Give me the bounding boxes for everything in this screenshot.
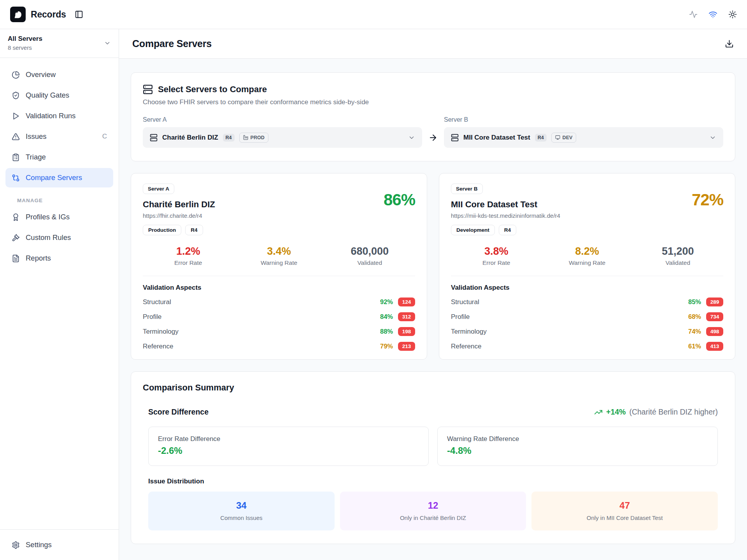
comparison-summary-title: Comparison Summary [143, 383, 723, 393]
shield-check-icon [12, 91, 20, 100]
sidebar-item-custom-rules[interactable]: Custom Rules [5, 228, 113, 247]
dist-box-label: Only in MII Core Dataset Test [535, 514, 714, 521]
aspect-label: Structural [451, 298, 479, 306]
server-a-card: Server A Charité Berlin DIZ https://fhir… [131, 173, 427, 360]
activity-status-button[interactable] [689, 10, 698, 19]
aspect-label: Reference [143, 343, 173, 350]
server-icon [451, 134, 459, 142]
server-icon [150, 134, 158, 142]
aspect-count-badge: 289 [706, 298, 723, 306]
aspect-count-badge: 213 [398, 342, 415, 351]
aspect-row: Structural85%289 [451, 298, 723, 306]
server-a-env-badge: Production [143, 225, 181, 235]
aspect-percent: 68% [688, 313, 701, 320]
score-difference-note: (Charité Berlin DIZ higher) [629, 408, 718, 416]
sidebar-item-quality-gates[interactable]: Quality Gates [5, 86, 113, 105]
select-servers-card: Select Servers to Compare Choose two FHI… [131, 72, 735, 161]
clipboard-list-icon [12, 153, 20, 161]
award-icon [12, 213, 20, 221]
select-servers-subtitle: Choose two FHIR servers to compare their… [143, 98, 723, 106]
sidebar-toggle-button[interactable] [75, 10, 83, 19]
stat-label: Validated [633, 259, 723, 266]
error-rate-difference-box: Error Rate Difference -2.6% [148, 427, 429, 466]
aspect-percent: 79% [380, 343, 393, 350]
wifi-icon [708, 10, 717, 19]
warning-rate-difference-box: Warning Rate Difference -4.8% [437, 427, 718, 466]
sidebar-item-overview[interactable]: Overview [5, 65, 113, 84]
arrow-right-icon [428, 133, 438, 142]
diff-box-label: Error Rate Difference [158, 435, 419, 443]
app-logo [10, 7, 26, 22]
sidebar-item-profiles-igs[interactable]: Profiles & IGs [5, 207, 113, 227]
aspect-count-badge: 198 [398, 327, 415, 336]
sidebar-item-label: Issues [26, 132, 46, 141]
git-compare-icon [12, 174, 20, 182]
topbar: Records [0, 0, 747, 29]
logo-mark-icon [12, 9, 24, 20]
aspect-row: Reference61%413 [451, 342, 723, 351]
sidebar-item-compare-servers[interactable]: Compare Servers [5, 168, 113, 187]
aspect-percent: 84% [380, 313, 393, 320]
brand-name: Records [31, 9, 66, 20]
server-a-env-label: PROD [251, 135, 265, 140]
stat-label: Error Rate [451, 259, 542, 266]
play-icon [12, 112, 20, 120]
server-a-dropdown[interactable]: Charité Berlin DIZ R4 PROD [143, 127, 422, 148]
aspect-row: Terminology88%198 [143, 327, 415, 336]
dist-box-value: 47 [535, 500, 714, 511]
aspect-label: Profile [143, 313, 161, 321]
dist-box-label: Only in Charité Berlin DIZ [344, 514, 523, 521]
sidebar-item-label: Triage [26, 153, 46, 161]
issue-distribution-title: Issue Distribution [148, 478, 718, 485]
gavel-icon [12, 234, 20, 242]
server-a-name: Charité Berlin DIZ [143, 200, 215, 210]
compare-arrow [422, 116, 444, 148]
sidebar-item-label: Compare Servers [26, 173, 82, 182]
sidebar-item-reports[interactable]: Reports [5, 248, 113, 268]
server-scope-title: All Servers [8, 35, 42, 43]
page-header: Compare Servers [119, 29, 747, 59]
page-title: Compare Servers [132, 38, 212, 49]
server-a-version-chip: R4 [223, 134, 235, 142]
aspect-row: Reference79%213 [143, 342, 415, 351]
stat-value: 1.2% [143, 245, 233, 257]
export-download-button[interactable] [725, 39, 734, 48]
connection-status-button[interactable] [708, 10, 717, 19]
sidebar-nav: Overview Quality Gates Validation Runs I… [0, 58, 119, 269]
score-difference-value: +14% [606, 408, 626, 416]
server-b-env-badge: Development [451, 225, 495, 235]
server-b-tag: Server B [451, 184, 483, 194]
server-a-score: 86% [384, 191, 415, 235]
validation-aspects-title: Validation Aspects [143, 284, 415, 292]
server-b-label: Server B [444, 116, 723, 123]
sun-icon [728, 10, 737, 19]
diff-box-value: -2.6% [158, 445, 419, 456]
sidebar-item-validation-runs[interactable]: Validation Runs [5, 106, 113, 126]
aspect-percent: 61% [688, 343, 701, 350]
aspect-count-badge: 124 [398, 298, 415, 306]
sidebar-item-issues[interactable]: Issues C [5, 127, 113, 146]
sidebar-item-triage[interactable]: Triage [5, 147, 113, 167]
aspect-count-badge: 734 [706, 312, 723, 321]
diff-box-value: -4.8% [447, 445, 708, 456]
sidebar-item-settings[interactable]: Settings [5, 535, 113, 555]
diff-box-label: Warning Rate Difference [447, 435, 708, 443]
sidebar-item-label: Settings [26, 541, 52, 549]
aspect-label: Terminology [451, 328, 487, 336]
aspect-count-badge: 312 [398, 312, 415, 321]
server-b-dropdown[interactable]: MII Core Dataset Test R4 DEV [444, 127, 723, 148]
chevron-down-icon [408, 134, 415, 141]
trending-up-icon [594, 408, 603, 416]
sidebar-item-label: Quality Gates [26, 91, 69, 100]
aspect-percent: 85% [688, 298, 701, 306]
server-scope-selector[interactable]: All Servers 8 servers [0, 29, 119, 58]
main-area: Compare Servers Select Servers to Compar… [119, 29, 747, 560]
sidebar-item-label: Overview [26, 70, 56, 79]
aspect-percent: 88% [380, 328, 393, 335]
issues-loader-badge: C [102, 133, 107, 140]
theme-toggle-button[interactable] [728, 10, 737, 19]
aspect-row: Profile68%734 [451, 312, 723, 321]
stat-value: 3.4% [233, 245, 324, 257]
stat-value: 680,000 [324, 245, 415, 257]
server-a-url: https://fhir.charite.de/r4 [143, 212, 215, 219]
